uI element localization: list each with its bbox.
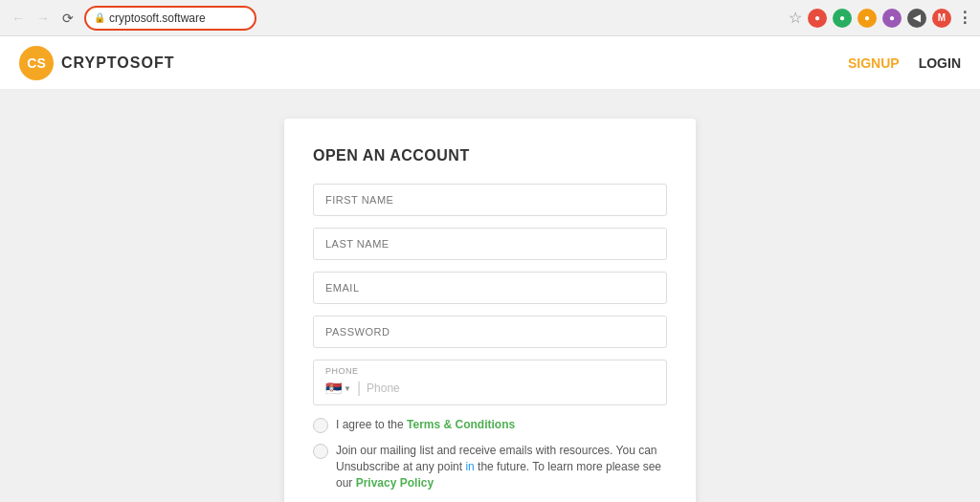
flag-emoji: 🇷🇸: [325, 381, 342, 396]
phone-flag-selector[interactable]: 🇷🇸 ▼: [325, 381, 351, 396]
privacy-link[interactable]: Privacy Policy: [356, 476, 434, 490]
browser-icon-green: ●: [833, 9, 852, 28]
address-bar[interactable]: 🔒 cryptosoft.software: [84, 6, 256, 31]
navbar: CS CRYPTOSOFT SIGNUP LOGIN: [0, 36, 980, 90]
phone-input-row: 🇷🇸 ▼ |: [314, 376, 666, 404]
address-bar-wrapper: 🔒 cryptosoft.software: [84, 6, 563, 31]
password-group: [313, 316, 667, 348]
terms-text: I agree to the Terms & Conditions: [336, 417, 515, 433]
last-name-input[interactable]: [313, 228, 667, 260]
last-name-group: [313, 228, 667, 260]
mailing-checkbox[interactable]: [313, 444, 328, 459]
browser-icon-purple: ●: [882, 9, 902, 28]
signup-nav-link[interactable]: SIGNUP: [848, 55, 900, 71]
logo-area: CS CRYPTOSOFT: [19, 46, 174, 80]
terms-link[interactable]: Terms & Conditions: [407, 418, 515, 431]
terms-checkbox[interactable]: [313, 418, 328, 433]
nav-links: SIGNUP LOGIN: [848, 55, 961, 71]
form-title: OPEN AN ACCOUNT: [313, 147, 667, 164]
browser-actions: ☆ ● ● ● ● ◀ M ⋮: [789, 9, 972, 28]
nav-buttons: ← → ⟳: [8, 8, 78, 29]
reload-button[interactable]: ⟳: [57, 8, 78, 29]
password-input[interactable]: [313, 316, 667, 348]
browser-icon-red: ●: [808, 9, 827, 28]
first-name-group: [313, 184, 667, 216]
browser-chrome: ← → ⟳ 🔒 cryptosoft.software ☆ ● ● ● ● ◀ …: [0, 0, 980, 36]
email-group: [313, 272, 667, 304]
browser-icon-dark: ◀: [907, 9, 926, 28]
logo-text: CRYPTOSOFT: [61, 55, 174, 72]
address-text: cryptosoft.software: [109, 11, 206, 25]
bookmark-icon[interactable]: ☆: [789, 9, 802, 27]
mailing-checkbox-row: Join our mailing list and receive emails…: [313, 443, 667, 491]
browser-icon-orange: ●: [858, 9, 877, 28]
first-name-input[interactable]: [313, 184, 667, 216]
phone-label: PHONE: [314, 360, 666, 376]
phone-group: PHONE 🇷🇸 ▼ |: [313, 360, 667, 405]
login-nav-link[interactable]: LOGIN: [919, 55, 961, 71]
terms-checkbox-row: I agree to the Terms & Conditions: [313, 417, 667, 433]
back-button[interactable]: ←: [8, 8, 29, 29]
flag-dropdown-icon: ▼: [344, 384, 351, 393]
forward-button[interactable]: →: [33, 8, 54, 29]
menu-icon[interactable]: ⋮: [957, 9, 972, 27]
logo-letters: CS: [27, 55, 45, 71]
email-input[interactable]: [313, 272, 667, 304]
lock-icon: 🔒: [94, 12, 105, 23]
form-card: OPEN AN ACCOUNT PHONE 🇷🇸 ▼ |: [284, 119, 696, 502]
browser-icon-profile: M: [932, 9, 951, 28]
logo-circle: CS: [19, 46, 54, 80]
mailing-text: Join our mailing list and receive emails…: [336, 443, 667, 491]
mailing-blue-text: in: [465, 460, 474, 473]
page-content: OPEN AN ACCOUNT PHONE 🇷🇸 ▼ |: [0, 90, 980, 502]
phone-separator: |: [357, 380, 361, 397]
phone-input[interactable]: [367, 382, 655, 395]
